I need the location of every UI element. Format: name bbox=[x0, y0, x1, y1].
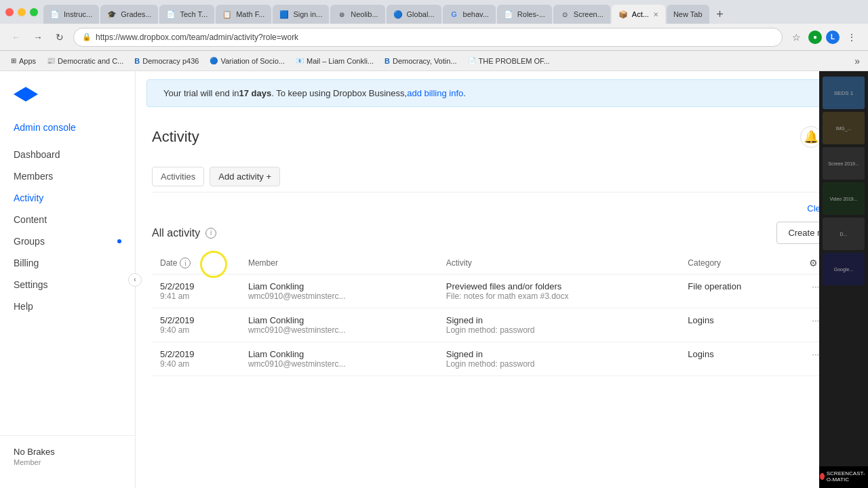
sidebar-item-settings[interactable]: Settings bbox=[0, 274, 135, 296]
bookmark-star-icon[interactable]: ☆ bbox=[788, 29, 804, 45]
sidebar-item-billing[interactable]: Billing bbox=[0, 252, 135, 274]
os-thumb-4[interactable]: Video 2019... bbox=[823, 182, 865, 215]
maximize-window-button[interactable] bbox=[30, 8, 38, 16]
sidebar-toggle-button[interactable]: ‹ bbox=[128, 273, 142, 287]
clear-filters-area: Clear filters bbox=[152, 203, 852, 214]
tab-behav[interactable]: G behav... bbox=[443, 5, 496, 24]
all-activity-section-header: All activity i Create report bbox=[152, 222, 852, 244]
forward-button[interactable]: → bbox=[30, 29, 46, 45]
trial-text-after: . To keep using Dropbox Business, bbox=[271, 88, 407, 98]
tab-behav-label: behav... bbox=[463, 10, 489, 18]
sidebar-item-members[interactable]: Members bbox=[0, 165, 135, 187]
problem-favicon: 📄 bbox=[468, 57, 476, 64]
th-category: Category bbox=[679, 252, 801, 274]
tab-instruct[interactable]: 📄 Instruc... bbox=[43, 5, 99, 24]
trial-banner: Your trial will end in 17 days . To keep… bbox=[146, 79, 857, 107]
sidebar-item-content[interactable]: Content bbox=[0, 209, 135, 230]
row2-date-cell: 5/2/2019 9:40 am bbox=[152, 308, 240, 342]
sidebar: ‹ Admin console Dashboard Members Activi… bbox=[0, 71, 136, 488]
tabs-bar: 📄 Instruc... 🎓 Grades... 📄 Tech T... 📋 M… bbox=[43, 0, 863, 24]
sidebar-username: No Brakes bbox=[14, 447, 121, 457]
os-thumb-3[interactable]: Screen 2019... bbox=[823, 147, 865, 180]
sidebar-billing-label: Billing bbox=[14, 258, 39, 268]
row2-date: 5/2/2019 bbox=[160, 315, 232, 325]
tab-instruct-label: Instruc... bbox=[64, 10, 92, 18]
bookmark-variation[interactable]: 🔵 Variation of Socio... bbox=[207, 56, 288, 66]
bookmarks-more-icon[interactable]: » bbox=[854, 56, 860, 66]
member-header-label: Member bbox=[248, 258, 278, 268]
activities-filter-tag[interactable]: Activities bbox=[152, 167, 204, 186]
bookmark-problem[interactable]: 📄 THE PROBLEM OF... bbox=[465, 56, 553, 66]
sidebar-help-label: Help bbox=[14, 301, 33, 312]
admin-console-label[interactable]: Admin console bbox=[0, 122, 135, 144]
sidebar-item-groups[interactable]: Groups bbox=[0, 230, 135, 252]
trial-billing-link[interactable]: add billing info bbox=[407, 88, 463, 98]
all-activity-info-icon[interactable]: i bbox=[205, 228, 216, 239]
reload-button[interactable]: ↻ bbox=[52, 29, 68, 45]
close-window-button[interactable] bbox=[5, 8, 14, 16]
os-thumb-3-label: Screen 2019... bbox=[828, 161, 859, 166]
activity-header-label: Activity bbox=[446, 258, 472, 268]
sidebar-item-help[interactable]: Help bbox=[0, 296, 135, 317]
row2-member-cell: Liam Conkling wmc0910@westminsterc... bbox=[240, 308, 438, 342]
tab-neoli[interactable]: ⊛ Neolib... bbox=[330, 5, 384, 24]
record-button[interactable] bbox=[820, 473, 825, 480]
add-activity-button[interactable]: Add activity + bbox=[210, 167, 280, 186]
tab-newtab-label: New Tab bbox=[673, 10, 703, 18]
row1-member-cell: Liam Conkling wmc0910@westminsterc... bbox=[240, 274, 438, 308]
bookmark-democratic[interactable]: 📰 Democratic and C... bbox=[44, 56, 126, 66]
tab-act[interactable]: 📦 Act... ✕ bbox=[612, 5, 665, 24]
date-header-label: Date bbox=[160, 258, 177, 268]
os-thumb-4-label: Video 2019... bbox=[829, 197, 857, 201]
new-tab-button[interactable]: + bbox=[711, 5, 730, 24]
sidebar-item-dashboard[interactable]: Dashboard bbox=[0, 144, 135, 165]
row3-activity-text: Signed in bbox=[446, 349, 672, 359]
url-text: https://www.dropbox.com/team/admin/activ… bbox=[96, 33, 774, 42]
row2-activity-text: Signed in bbox=[446, 315, 672, 325]
activity-table: Date i Member Activity Cate bbox=[152, 252, 852, 376]
table-row: 5/2/2019 9:40 am Liam Conkling wmc0910@w… bbox=[152, 308, 852, 342]
tab-grades-label: Grades... bbox=[121, 10, 151, 18]
back-button[interactable]: ← bbox=[8, 29, 24, 45]
tab-math[interactable]: 📋 Math F... bbox=[216, 5, 271, 24]
sidebar-item-activity[interactable]: Activity bbox=[0, 187, 135, 209]
groups-notification-dot bbox=[117, 239, 121, 243]
extension-icon[interactable]: ● bbox=[808, 30, 822, 44]
tab-roles[interactable]: 📄 Roles-... bbox=[497, 5, 552, 24]
tab-global-favicon: 🔵 bbox=[393, 9, 403, 19]
menu-icon[interactable]: ⋮ bbox=[844, 29, 860, 45]
trial-text-end: . bbox=[463, 88, 466, 98]
row1-date: 5/2/2019 bbox=[160, 281, 232, 291]
row1-date-cell: 5/2/2019 9:41 am bbox=[152, 274, 240, 308]
tab-screen[interactable]: ⊙ Screen... bbox=[553, 5, 610, 24]
address-bar[interactable]: 🔒 https://www.dropbox.com/team/admin/act… bbox=[73, 28, 783, 47]
row1-activity-detail: File: notes for math exam #3.docx bbox=[446, 291, 672, 301]
row1-activity-text: Previewed files and/or folders bbox=[446, 281, 672, 291]
os-thumb-6[interactable]: Google... bbox=[823, 253, 865, 285]
tab-neoli-favicon: ⊛ bbox=[337, 9, 347, 19]
tab-newtab[interactable]: New Tab bbox=[667, 5, 709, 24]
tab-act-close[interactable]: ✕ bbox=[653, 11, 658, 18]
bookmark-democracy-voting[interactable]: B Democracy, Votin... bbox=[382, 56, 460, 66]
table-gear-icon[interactable]: ⚙ bbox=[809, 258, 818, 268]
minimize-window-button[interactable] bbox=[18, 8, 26, 16]
os-thumb-5-label: D... bbox=[840, 232, 848, 237]
row2-member-name: Liam Conkling bbox=[248, 315, 430, 325]
bookmark-apps[interactable]: ⊞ Apps bbox=[8, 56, 39, 66]
os-thumb-5[interactable]: D... bbox=[823, 218, 865, 250]
os-thumb-1[interactable]: SEDS 1 bbox=[823, 77, 865, 109]
os-thumb-2[interactable]: IMG_... bbox=[823, 112, 865, 144]
row2-time: 9:40 am bbox=[160, 325, 232, 335]
bookmark-democracy-p436[interactable]: B Democracy p436 bbox=[132, 56, 201, 66]
bookmark-mail[interactable]: 📧 Mail – Liam Conkli... bbox=[293, 56, 376, 66]
profile-icon[interactable]: L bbox=[826, 30, 840, 44]
sidebar-dashboard-label: Dashboard bbox=[14, 149, 60, 160]
bookmark-apps-label: Apps bbox=[19, 57, 36, 65]
date-info-icon[interactable]: i bbox=[180, 258, 191, 268]
tab-signin[interactable]: 🟦 Sign in... bbox=[273, 5, 329, 24]
tab-tech[interactable]: 📄 Tech T... bbox=[159, 5, 214, 24]
tab-global[interactable]: 🔵 Global... bbox=[387, 5, 441, 24]
trial-days: 17 days bbox=[239, 88, 272, 98]
table-row: 5/2/2019 9:40 am Liam Conkling wmc0910@w… bbox=[152, 342, 852, 376]
tab-grades[interactable]: 🎓 Grades... bbox=[100, 5, 158, 24]
